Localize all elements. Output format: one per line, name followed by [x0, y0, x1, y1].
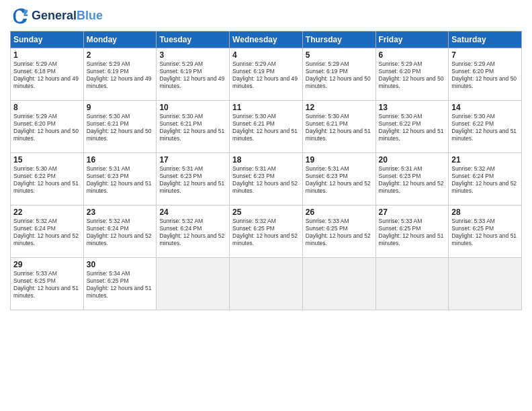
day-number: 3	[159, 50, 226, 60]
day-number: 28	[451, 208, 519, 217]
day-info: Sunrise: 5:31 AMSunset: 6:23 PMDaylight:…	[87, 165, 152, 194]
day-number: 15	[13, 155, 81, 165]
day-info: Sunrise: 5:32 AMSunset: 6:24 PMDaylight:…	[13, 218, 79, 246]
day-number: 20	[379, 155, 446, 165]
calendar-cell: 27Sunrise: 5:33 AMSunset: 6:25 PMDayligh…	[375, 205, 449, 258]
day-info: Sunrise: 5:29 AMSunset: 6:19 PMDaylight:…	[87, 60, 152, 89]
calendar-week-1: 1Sunrise: 5:29 AMSunset: 6:18 PMDaylight…	[11, 48, 522, 101]
calendar-cell: 24Sunrise: 5:32 AMSunset: 6:24 PMDayligh…	[157, 205, 230, 258]
logo: GeneralBlue	[10, 7, 103, 26]
day-number: 29	[13, 260, 81, 269]
day-number: 26	[306, 208, 373, 217]
calendar-body: 1Sunrise: 5:29 AMSunset: 6:18 PMDaylight…	[11, 48, 522, 310]
calendar-cell: 3Sunrise: 5:29 AMSunset: 6:19 PMDaylight…	[157, 48, 230, 101]
calendar-cell: 2Sunrise: 5:29 AMSunset: 6:19 PMDaylight…	[83, 48, 157, 101]
calendar-cell: 13Sunrise: 5:30 AMSunset: 6:22 PMDayligh…	[375, 101, 449, 153]
day-info: Sunrise: 5:33 AMSunset: 6:25 PMDaylight:…	[13, 270, 79, 299]
day-info: Sunrise: 5:29 AMSunset: 6:18 PMDaylight:…	[13, 60, 79, 89]
calendar-cell: 10Sunrise: 5:30 AMSunset: 6:21 PMDayligh…	[157, 101, 230, 153]
weekday-header-row: SundayMondayTuesdayWednesdayThursdayFrid…	[11, 32, 522, 48]
day-number: 11	[232, 103, 300, 112]
day-number: 25	[232, 208, 300, 217]
day-info: Sunrise: 5:31 AMSunset: 6:23 PMDaylight:…	[379, 165, 444, 194]
weekday-header-thursday: Thursday	[302, 32, 375, 48]
day-info: Sunrise: 5:29 AMSunset: 6:20 PMDaylight:…	[451, 60, 517, 89]
calendar-week-4: 22Sunrise: 5:32 AMSunset: 6:24 PMDayligh…	[11, 205, 522, 258]
calendar-cell: 1Sunrise: 5:29 AMSunset: 6:18 PMDaylight…	[11, 48, 84, 101]
calendar-cell: 8Sunrise: 5:29 AMSunset: 6:20 PMDaylight…	[11, 101, 84, 153]
calendar-cell	[375, 258, 449, 310]
day-number: 30	[87, 260, 154, 269]
calendar-table: SundayMondayTuesdayWednesdayThursdayFrid…	[10, 31, 522, 310]
calendar-week-5: 29Sunrise: 5:33 AMSunset: 6:25 PMDayligh…	[11, 258, 522, 310]
calendar-cell: 4Sunrise: 5:29 AMSunset: 6:19 PMDaylight…	[230, 48, 303, 101]
calendar-cell: 11Sunrise: 5:30 AMSunset: 6:21 PMDayligh…	[230, 101, 303, 153]
calendar-cell: 26Sunrise: 5:33 AMSunset: 6:25 PMDayligh…	[302, 205, 375, 258]
day-number: 13	[379, 103, 446, 112]
day-info: Sunrise: 5:30 AMSunset: 6:22 PMDaylight:…	[13, 165, 79, 194]
day-number: 2	[87, 50, 154, 60]
weekday-header-monday: Monday	[83, 32, 157, 48]
day-info: Sunrise: 5:30 AMSunset: 6:21 PMDaylight:…	[232, 113, 298, 142]
calendar-cell: 20Sunrise: 5:31 AMSunset: 6:23 PMDayligh…	[375, 153, 449, 205]
day-info: Sunrise: 5:31 AMSunset: 6:23 PMDaylight:…	[159, 165, 224, 194]
weekday-header-friday: Friday	[375, 32, 449, 48]
day-number: 5	[306, 50, 373, 60]
day-info: Sunrise: 5:30 AMSunset: 6:22 PMDaylight:…	[451, 113, 517, 142]
logo-icon	[10, 7, 29, 26]
day-info: Sunrise: 5:32 AMSunset: 6:24 PMDaylight:…	[451, 165, 517, 194]
day-info: Sunrise: 5:32 AMSunset: 6:25 PMDaylight:…	[232, 218, 298, 246]
calendar-cell: 9Sunrise: 5:30 AMSunset: 6:21 PMDaylight…	[83, 101, 157, 153]
header-area: GeneralBlue	[10, 7, 522, 26]
day-info: Sunrise: 5:30 AMSunset: 6:21 PMDaylight:…	[306, 113, 371, 142]
logo-text: GeneralBlue	[32, 9, 103, 23]
calendar-cell: 25Sunrise: 5:32 AMSunset: 6:25 PMDayligh…	[230, 205, 303, 258]
day-number: 1	[13, 50, 81, 60]
day-info: Sunrise: 5:29 AMSunset: 6:19 PMDaylight:…	[306, 60, 371, 89]
weekday-header-tuesday: Tuesday	[157, 32, 230, 48]
calendar-week-2: 8Sunrise: 5:29 AMSunset: 6:20 PMDaylight…	[11, 101, 522, 153]
day-number: 18	[232, 155, 300, 165]
weekday-header-wednesday: Wednesday	[230, 32, 303, 48]
calendar-cell	[302, 258, 375, 310]
day-number: 7	[451, 50, 519, 60]
day-info: Sunrise: 5:34 AMSunset: 6:25 PMDaylight:…	[87, 270, 152, 299]
calendar-cell: 16Sunrise: 5:31 AMSunset: 6:23 PMDayligh…	[83, 153, 157, 205]
calendar-cell: 18Sunrise: 5:31 AMSunset: 6:23 PMDayligh…	[230, 153, 303, 205]
day-number: 19	[306, 155, 373, 165]
day-number: 4	[232, 50, 300, 60]
day-number: 10	[159, 103, 226, 112]
day-info: Sunrise: 5:33 AMSunset: 6:25 PMDaylight:…	[379, 218, 444, 246]
weekday-header-saturday: Saturday	[449, 32, 522, 48]
day-info: Sunrise: 5:30 AMSunset: 6:21 PMDaylight:…	[87, 113, 152, 142]
day-info: Sunrise: 5:30 AMSunset: 6:22 PMDaylight:…	[379, 113, 444, 142]
day-info: Sunrise: 5:29 AMSunset: 6:20 PMDaylight:…	[379, 60, 444, 89]
weekday-header-sunday: Sunday	[11, 32, 84, 48]
day-info: Sunrise: 5:29 AMSunset: 6:19 PMDaylight:…	[159, 60, 224, 89]
calendar-cell: 19Sunrise: 5:31 AMSunset: 6:23 PMDayligh…	[302, 153, 375, 205]
day-info: Sunrise: 5:33 AMSunset: 6:25 PMDaylight:…	[451, 218, 517, 246]
day-info: Sunrise: 5:29 AMSunset: 6:19 PMDaylight:…	[232, 60, 298, 89]
day-number: 6	[379, 50, 446, 60]
day-info: Sunrise: 5:31 AMSunset: 6:23 PMDaylight:…	[232, 165, 298, 194]
day-number: 24	[159, 208, 226, 217]
day-number: 9	[87, 103, 154, 112]
day-number: 21	[451, 155, 519, 165]
day-info: Sunrise: 5:33 AMSunset: 6:25 PMDaylight:…	[306, 218, 371, 246]
day-number: 12	[306, 103, 373, 112]
calendar-cell: 15Sunrise: 5:30 AMSunset: 6:22 PMDayligh…	[11, 153, 84, 205]
calendar-cell: 28Sunrise: 5:33 AMSunset: 6:25 PMDayligh…	[449, 205, 522, 258]
day-number: 8	[13, 103, 81, 112]
calendar-cell: 14Sunrise: 5:30 AMSunset: 6:22 PMDayligh…	[449, 101, 522, 153]
day-number: 16	[87, 155, 154, 165]
day-info: Sunrise: 5:31 AMSunset: 6:23 PMDaylight:…	[306, 165, 371, 194]
day-number: 23	[87, 208, 154, 217]
calendar-week-3: 15Sunrise: 5:30 AMSunset: 6:22 PMDayligh…	[11, 153, 522, 205]
calendar-cell: 21Sunrise: 5:32 AMSunset: 6:24 PMDayligh…	[449, 153, 522, 205]
calendar-cell	[230, 258, 303, 310]
day-info: Sunrise: 5:32 AMSunset: 6:24 PMDaylight:…	[87, 218, 152, 246]
calendar-cell: 22Sunrise: 5:32 AMSunset: 6:24 PMDayligh…	[11, 205, 84, 258]
calendar-cell: 23Sunrise: 5:32 AMSunset: 6:24 PMDayligh…	[83, 205, 157, 258]
calendar-cell: 17Sunrise: 5:31 AMSunset: 6:23 PMDayligh…	[157, 153, 230, 205]
calendar-cell	[157, 258, 230, 310]
